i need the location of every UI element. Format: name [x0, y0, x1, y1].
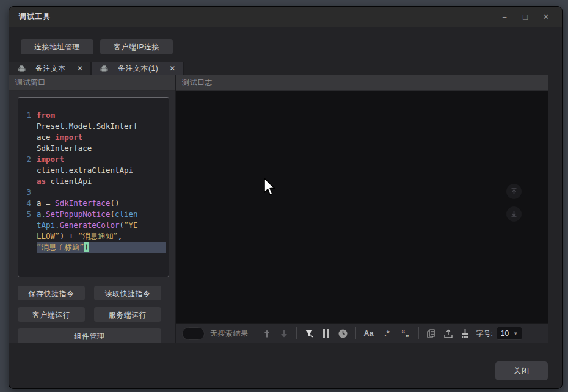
whole-word-icon[interactable]: “„: [396, 329, 415, 338]
component-manage-button[interactable]: 组件管理: [18, 328, 161, 343]
search-prev-icon[interactable]: [258, 326, 275, 341]
export-log-icon[interactable]: [440, 326, 457, 341]
footer: 关闭: [9, 343, 562, 388]
android-robot-icon: [100, 64, 108, 73]
filter-icon[interactable]: [300, 326, 318, 341]
test-log-panel: 测试日志: [176, 75, 548, 343]
search-input[interactable]: [182, 327, 205, 340]
scroll-to-bottom-button[interactable]: [506, 206, 522, 222]
chevron-down-icon: ▼: [513, 331, 518, 336]
maximize-icon[interactable]: □: [517, 10, 534, 24]
tab-label: 备注文本: [31, 64, 72, 74]
close-dialog-button[interactable]: 关闭: [495, 361, 548, 380]
command-buttons: 保存快捷指令 读取快捷指令 客户端运行 服务端运行 组件管理: [9, 281, 175, 343]
clear-log-icon[interactable]: [457, 326, 474, 341]
android-robot-icon: [18, 64, 26, 73]
debug-tool-window: 调试工具 – □ ✕ 连接地址管理 客户端IP连接: [9, 6, 563, 389]
match-case-icon[interactable]: Aa: [360, 329, 378, 338]
code-editor[interactable]: 1fromPreset.Model.SdkInterface importSdk…: [18, 97, 169, 277]
pause-icon[interactable]: [318, 326, 335, 341]
window-controls: – □ ✕: [496, 10, 555, 24]
clock-icon[interactable]: [335, 326, 352, 341]
titlebar: 调试工具 – □ ✕: [9, 7, 562, 27]
font-size-dropdown[interactable]: 10 ▼: [497, 327, 522, 340]
tab-note-text[interactable]: 备注文本 ✕: [9, 62, 92, 75]
log-output-area[interactable]: [176, 91, 548, 323]
tab-close-icon[interactable]: ✕: [169, 64, 175, 73]
save-quick-command-button[interactable]: 保存快捷指令: [18, 286, 85, 300]
toolbar-divider: [418, 327, 419, 339]
tab-label: 备注文本(1): [113, 64, 164, 74]
tab-bar: 备注文本 ✕ 备注文本(1) ✕: [9, 62, 562, 75]
debug-window-panel: 调试窗口 1fromPreset.Model.SdkInterface impo…: [9, 75, 176, 343]
test-log-header: 测试日志: [176, 75, 548, 91]
copy-log-icon[interactable]: [423, 326, 440, 341]
tab-note-text-1[interactable]: 备注文本(1) ✕: [92, 62, 184, 75]
tab-close-icon[interactable]: ✕: [77, 64, 83, 73]
search-status-text: 无搜索结果: [210, 328, 249, 339]
client-ip-connect-button[interactable]: 客户端IP连接: [100, 39, 173, 54]
read-quick-command-button[interactable]: 读取快捷指令: [94, 286, 161, 300]
scroll-to-top-button[interactable]: [506, 184, 522, 199]
font-size-value: 10: [501, 329, 509, 338]
window-title: 调试工具: [19, 12, 51, 22]
main-panels: 调试窗口 1fromPreset.Model.SdkInterface impo…: [9, 75, 562, 343]
toolbar-divider: [355, 327, 356, 339]
search-next-icon[interactable]: [275, 326, 293, 341]
regex-icon[interactable]: .*: [378, 329, 396, 338]
toolbar-divider: [296, 327, 297, 339]
top-toolbar: 连接地址管理 客户端IP连接: [9, 27, 562, 54]
font-size-label: 字号:: [476, 328, 493, 339]
code-lines: 1fromPreset.Model.SdkInterface importSdk…: [21, 110, 166, 253]
connection-address-manage-button[interactable]: 连接地址管理: [21, 39, 93, 54]
log-toolbar: 无搜索结果: [176, 323, 548, 343]
close-icon[interactable]: ✕: [537, 10, 555, 24]
client-run-button[interactable]: 客户端运行: [18, 307, 85, 322]
minimize-icon[interactable]: –: [496, 10, 513, 24]
debug-window-header: 调试窗口: [9, 75, 175, 91]
server-run-button[interactable]: 服务端运行: [94, 307, 161, 322]
